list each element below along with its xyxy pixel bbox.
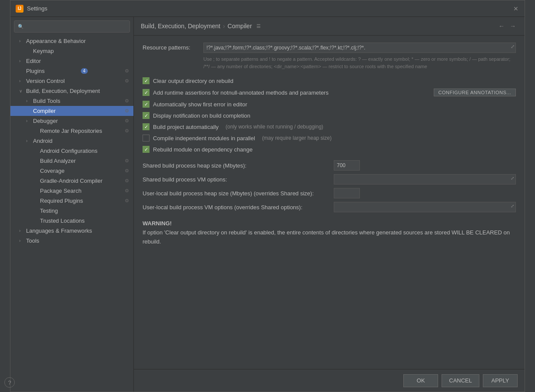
resource-input-wrapper: ⤢ (203, 43, 516, 53)
warning-title: WARNING! (143, 219, 516, 228)
sidebar-item-tools[interactable]: › Tools (10, 236, 133, 246)
sidebar-item-label: Tools (26, 237, 39, 244)
warning-text: If option 'Clear output directory on reb… (143, 228, 516, 247)
auto-show-error-checkbox[interactable]: ✓ (143, 101, 150, 108)
auto-show-error-label: Automatically show first error in editor (153, 101, 247, 108)
sidebar-item-build-tools[interactable]: › Build Tools ⚙ (10, 96, 133, 106)
user-vm-wrapper: ⤢ (334, 202, 516, 212)
checkmark: ✓ (144, 125, 148, 129)
nav-forward-button[interactable]: → (508, 21, 518, 31)
resource-patterns-input[interactable] (203, 43, 516, 53)
checkbox-display-notification: ✓ Display notification on build completi… (143, 110, 516, 121)
checkmark: ✓ (144, 102, 148, 107)
sidebar-item-label: Testing (40, 208, 58, 214)
settings-icon: ⚙ (124, 68, 130, 74)
checkbox-build-auto: ✓ Build project automatically (only work… (143, 121, 516, 132)
sidebar-item-label: Coverage (40, 168, 64, 174)
build-auto-checkbox[interactable]: ✓ (143, 123, 150, 130)
sidebar-item-testing[interactable]: Testing (10, 206, 133, 216)
search-box[interactable]: 🔍 (14, 20, 130, 33)
settings-icon: ⚙ (124, 98, 130, 104)
display-notification-checkbox[interactable]: ✓ (143, 112, 150, 119)
user-heap-row: User-local build process heap size (Mbyt… (143, 188, 516, 198)
help-button[interactable]: ? (4, 377, 15, 388)
help-icon: ? (8, 379, 11, 386)
rebuild-module-checkbox[interactable]: ✓ (143, 146, 150, 153)
sidebar-item-editor[interactable]: › Editor (10, 56, 133, 66)
sidebar-item-debugger[interactable]: › Debugger ⚙ (10, 116, 133, 126)
display-notification-label: Display notification on build completion (153, 112, 250, 119)
apply-button[interactable]: APPLY (483, 374, 518, 387)
arrow-icon: › (19, 59, 24, 63)
sidebar-item-label: Package Search (40, 188, 81, 194)
sidebar-item-label: Plugins (26, 68, 45, 74)
sidebar-item-required-plugins[interactable]: Required Plugins ⚙ (10, 196, 133, 206)
settings-icon: ⚙ (124, 118, 130, 124)
resource-patterns-label: Resource patterns: (143, 43, 203, 51)
breadcrumb-separator: › (223, 23, 225, 30)
sidebar-item-android-configs[interactable]: Android Configurations (10, 146, 133, 156)
search-input[interactable] (26, 23, 126, 30)
sidebar-item-build-exec[interactable]: ∨ Build, Execution, Deployment (10, 86, 133, 96)
add-runtime-checkbox[interactable]: ✓ (143, 89, 150, 96)
user-vm-input[interactable] (334, 202, 516, 212)
add-runtime-label: Add runtime assertions for notnull-annot… (153, 89, 329, 96)
resource-patterns-help: Use ; to separate patterns and ! to nega… (203, 56, 516, 70)
rebuild-module-label: Rebuild module on dependency change (153, 146, 253, 153)
shared-vm-wrapper: ⤢ (334, 174, 516, 184)
compile-parallel-checkbox[interactable] (143, 135, 150, 142)
sidebar-item-remote-jar[interactable]: Remote Jar Repositories ⚙ (10, 126, 133, 136)
title-bar: IJ Settings ✕ (10, 0, 525, 17)
sidebar-item-trusted-locations[interactable]: Trusted Locations (10, 216, 133, 226)
sidebar-item-build-analyzer[interactable]: Build Analyzer ⚙ (10, 156, 133, 166)
clear-output-checkbox[interactable]: ✓ (143, 77, 150, 84)
compile-parallel-note: (may require larger heap size) (262, 135, 332, 141)
sidebar-item-package-search[interactable]: Package Search ⚙ (10, 186, 133, 196)
main-header: Build, Execution, Deployment › Compiler … (134, 17, 525, 36)
sidebar-item-android[interactable]: › Android (10, 136, 133, 146)
search-icon: 🔍 (18, 24, 24, 30)
cancel-button[interactable]: CANCEL (442, 374, 479, 387)
configure-annotations-button[interactable]: CONFIGURE ANNOTATIONS... (434, 89, 516, 96)
sidebar-item-compiler[interactable]: Compiler ⚙ (10, 106, 133, 116)
user-heap-input[interactable] (334, 188, 360, 198)
expand-icon: ⤢ (511, 44, 515, 49)
close-button[interactable]: ✕ (512, 5, 519, 12)
settings-icon: ⚙ (124, 108, 130, 114)
sidebar-item-label: Version Control (26, 78, 65, 84)
user-heap-label: User-local build process heap size (Mbyt… (143, 190, 334, 197)
shared-heap-label: Shared build process heap size (Mbytes): (143, 162, 334, 169)
checkmark: ✓ (144, 147, 148, 152)
user-vm-row: User-local build process VM options (ove… (143, 202, 516, 212)
checkbox-auto-show-error: ✓ Automatically show first error in edit… (143, 99, 516, 110)
sidebar-item-version-control[interactable]: › Version Control ⚙ (10, 76, 133, 86)
main-body: Resource patterns: ⤢ Use ; to separate p… (134, 36, 525, 369)
user-vm-label: User-local build process VM options (ove… (143, 204, 334, 211)
sidebar-item-appearance[interactable]: › Appearance & Behavior (10, 36, 133, 46)
sidebar-item-languages[interactable]: › Languages & Frameworks (10, 226, 133, 236)
checkbox-add-runtime: ✓ Add runtime assertions for notnull-ann… (143, 86, 516, 99)
shared-vm-input[interactable] (334, 174, 516, 184)
breadcrumb-part1: Build, Execution, Deployment (141, 23, 220, 30)
shared-heap-input[interactable] (334, 160, 360, 171)
checkbox-clear-output: ✓ Clear output directory on rebuild (143, 75, 516, 86)
sidebar-item-coverage[interactable]: Coverage ⚙ (10, 166, 133, 176)
sidebar-item-label: Trusted Locations (40, 217, 85, 224)
checkbox-compile-parallel: Compile independent modules in parallel … (143, 132, 516, 144)
settings-icon: ⚙ (124, 188, 130, 194)
checkmark: ✓ (144, 90, 148, 95)
app-icon: IJ (16, 5, 23, 13)
sidebar-item-keymap[interactable]: Keymap (10, 46, 133, 56)
sidebar-item-label: Android Configurations (40, 148, 97, 154)
build-auto-note: (only works while not running / debuggin… (226, 124, 323, 130)
sidebar-item-gradle-android[interactable]: Gradle-Android Compiler ⚙ (10, 176, 133, 186)
checkbox-rebuild-module: ✓ Rebuild module on dependency change (143, 144, 516, 155)
breadcrumb-icon: ☰ (256, 23, 261, 29)
checkmark: ✓ (144, 113, 148, 118)
expand-icon: ⤢ (511, 176, 514, 181)
nav-back-button[interactable]: ← (497, 21, 506, 31)
footer: OK CANCEL APPLY (134, 369, 525, 392)
ok-button[interactable]: OK (403, 374, 438, 387)
sidebar-item-plugins[interactable]: Plugins 4 ⚙ (10, 66, 133, 76)
settings-icon: ⚙ (124, 178, 130, 184)
